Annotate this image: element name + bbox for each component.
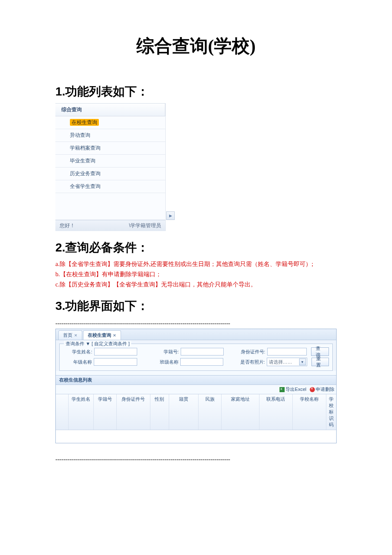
section-2-heading: 2.查询必备条件： bbox=[55, 240, 337, 256]
app-screenshot: 首页 ✕ 在校生查询 ✕ 查询条件 ▼ [ 自定义查询条件 ] 学生姓名: 学籍… bbox=[55, 329, 337, 443]
condition-b: b.【在校生查询】有申请删除学籍端口； bbox=[55, 269, 337, 280]
select-has-photo[interactable]: 请选择…… ▼ bbox=[267, 358, 307, 366]
sidebar-item-graduate[interactable]: 毕业生查询 bbox=[55, 155, 165, 168]
status-role: \学学籍管理员 bbox=[129, 222, 161, 229]
fieldset-legend[interactable]: 查询条件 ▼ [ 自定义查询条件 ] bbox=[64, 341, 131, 347]
tab-home[interactable]: 首页 ✕ bbox=[58, 330, 82, 340]
col-gender[interactable]: 性别 bbox=[150, 394, 169, 430]
label-class: 班级名称 bbox=[139, 359, 179, 365]
condition-a: a.除【全省学生查询】需要身份证外,还需要性别或出生日期；其他查询只需（姓名、学… bbox=[55, 259, 337, 269]
grid-body-empty bbox=[56, 430, 336, 443]
sidebar-item-enrolled[interactable]: 在校生查询 bbox=[55, 116, 165, 129]
tab-enrolled-query[interactable]: 在校生查询 ✕ bbox=[83, 330, 121, 340]
grid-header: 学生姓名 学籍号 身份证件号 性别 籍贯 民族 家庭地址 联系电话 学校名称 学… bbox=[56, 394, 336, 430]
input-student-code[interactable] bbox=[181, 348, 224, 356]
label-photo: 是否有照片: bbox=[225, 359, 265, 365]
label-code: 学籍号: bbox=[139, 349, 179, 355]
input-grade-name[interactable] bbox=[94, 358, 137, 366]
grid-toolbar: 导出Excel 申请删除 bbox=[56, 385, 336, 394]
label-id: 身份证件号: bbox=[225, 349, 265, 355]
sidebar-item-history[interactable]: 历史业务查询 bbox=[55, 168, 165, 180]
col-origin[interactable]: 籍贯 bbox=[169, 394, 199, 430]
tab-active-label: 在校生查询 bbox=[88, 332, 111, 338]
col-ethnic[interactable]: 民族 bbox=[199, 394, 222, 430]
query-button[interactable]: 查 询 bbox=[311, 347, 329, 356]
sidebar-screenshot: 综合查询 在校生查询 异动查询 学籍档案查询 毕业生查询 历史业务查询 全省学生… bbox=[55, 103, 166, 231]
sidebar-group-header[interactable]: 综合查询 bbox=[55, 103, 165, 116]
close-icon[interactable]: ✕ bbox=[113, 333, 116, 338]
scroll-right-button[interactable]: ▶ bbox=[166, 211, 175, 220]
select-placeholder: 请选择…… bbox=[269, 359, 292, 365]
input-student-name[interactable] bbox=[94, 348, 138, 356]
status-greeting: 您好！ bbox=[60, 222, 75, 229]
condition-c: c.除【历史业务查询】【全省学生查询】无导出端口，其他介只能单个导出。 bbox=[55, 280, 337, 290]
section-1-heading: 1.功能列表如下： bbox=[55, 84, 337, 100]
col-schoolid[interactable]: 学校标识码 bbox=[326, 394, 336, 430]
col-code[interactable]: 学籍号 bbox=[94, 394, 117, 430]
col-phone[interactable]: 联系电话 bbox=[259, 394, 293, 430]
input-class-name[interactable] bbox=[180, 358, 223, 366]
section-3-heading: 3.功能界面如下： bbox=[55, 298, 337, 314]
sidebar-item-label: 在校生查询 bbox=[70, 119, 99, 126]
list-title-bar: 在校生信息列表 bbox=[56, 375, 336, 385]
page-title: 综合查询(学校) bbox=[55, 34, 337, 58]
sidebar-item-change[interactable]: 异动查询 bbox=[55, 129, 165, 142]
apply-delete-link[interactable]: 申请删除 bbox=[316, 386, 334, 393]
reset-button[interactable]: 重 置 bbox=[311, 358, 329, 366]
query-fieldset: 查询条件 ▼ [ 自定义查询条件 ] 学生姓名: 学籍号: 身份证件号: 查 询… bbox=[59, 344, 333, 371]
sidebar-blank bbox=[55, 193, 165, 220]
delete-icon bbox=[310, 387, 315, 392]
divider-bottom: ----------------------------------------… bbox=[55, 456, 337, 463]
sidebar-item-province[interactable]: 全省学生查询 bbox=[55, 180, 165, 193]
tab-bar: 首页 ✕ 在校生查询 ✕ bbox=[56, 329, 336, 340]
col-id[interactable]: 身份证件号 bbox=[117, 394, 150, 430]
divider-top: ----------------------------------------… bbox=[55, 320, 337, 327]
col-name[interactable]: 学生姓名 bbox=[69, 394, 94, 430]
close-icon[interactable]: ✕ bbox=[74, 333, 78, 338]
chevron-right-icon: ▶ bbox=[166, 211, 175, 220]
tab-home-label: 首页 bbox=[63, 332, 72, 338]
col-school[interactable]: 学校名称 bbox=[293, 394, 326, 430]
input-id-number[interactable] bbox=[267, 348, 307, 356]
excel-icon bbox=[280, 387, 285, 392]
sidebar-item-archive[interactable]: 学籍档案查询 bbox=[55, 142, 165, 155]
label-name: 学生姓名: bbox=[63, 349, 92, 355]
status-bar: 您好！ \学学籍管理员 bbox=[55, 220, 165, 231]
chevron-down-icon: ▼ bbox=[299, 358, 306, 365]
label-grade: 年级名称 bbox=[63, 359, 92, 365]
export-excel-link[interactable]: 导出Excel bbox=[285, 386, 306, 393]
col-blank bbox=[56, 394, 69, 430]
col-address[interactable]: 家庭地址 bbox=[222, 394, 259, 430]
